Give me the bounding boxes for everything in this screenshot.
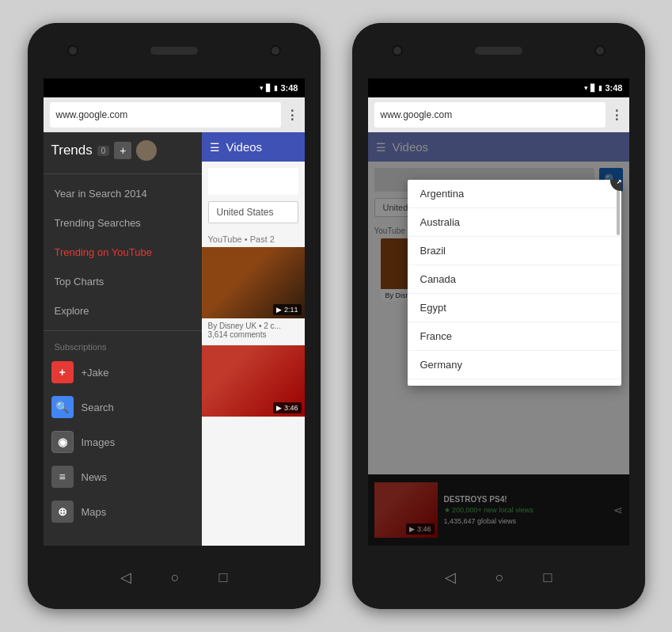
- menu-dots-1[interactable]: ⋮: [286, 108, 298, 123]
- address-bar-1[interactable]: www.google.com ⋮: [44, 97, 305, 132]
- gplus-label: +Jake: [82, 367, 109, 379]
- phone2-bottom: ◁ ○ □: [352, 546, 645, 609]
- signal-icon-2: ▊: [590, 84, 596, 92]
- phone-1: ▾ ▊ ▮ 3:48 www.google.com ⋮ Trends: [28, 23, 321, 609]
- sidebar-item-trending-youtube[interactable]: Trending on YouTube: [44, 238, 202, 267]
- battery-icon: ▮: [274, 84, 278, 92]
- signal-icon: ▊: [266, 84, 271, 92]
- sidebar-app-news[interactable]: ≡ News: [44, 459, 202, 494]
- content-title-1: Videos: [226, 140, 263, 154]
- video-thumb-2[interactable]: ▶ 3:46: [202, 345, 305, 417]
- scene: ▾ ▊ ▮ 3:48 www.google.com ⋮ Trends: [0, 0, 672, 632]
- status-time-2: 3:48: [605, 83, 622, 93]
- country-dropdown[interactable]: ✕ ArgentinaAustraliaBrazilCanadaEgyptFra…: [408, 180, 621, 386]
- phone1-screen: ▾ ▊ ▮ 3:48 www.google.com ⋮ Trends: [44, 78, 305, 546]
- phone1-top: [28, 23, 321, 78]
- dropdown-item[interactable]: France: [408, 322, 621, 351]
- search-bar-1[interactable]: [208, 168, 298, 195]
- sidebar-app-images[interactable]: ◉ Images: [44, 425, 202, 459]
- sidebar-1: Trends 0 + Year in Search 2014 Trending …: [44, 132, 202, 546]
- search-label: Search: [82, 402, 114, 413]
- camera-4: [594, 45, 606, 56]
- sidebar-item-trending-searches[interactable]: Trending Searches: [44, 208, 202, 238]
- images-label: Images: [82, 436, 116, 448]
- avatar: [136, 140, 157, 161]
- battery-icon-2: ▮: [598, 84, 602, 92]
- camera-2: [270, 45, 281, 56]
- content-panel-1: ☰ Videos United States YouTube • Past 2 …: [202, 132, 305, 546]
- divider-1: [44, 173, 202, 174]
- video-thumb-1[interactable]: ▶ 2:11: [202, 247, 305, 318]
- camera-1: [67, 45, 78, 56]
- speaker-1: [150, 47, 198, 55]
- search-app-icon: 🔍: [51, 396, 74, 418]
- back-btn-1[interactable]: ◁: [120, 569, 131, 586]
- url-input-2[interactable]: www.google.com: [374, 102, 606, 128]
- news-icon: ≡: [51, 466, 74, 488]
- sidebar-item-top-charts[interactable]: Top Charts: [44, 267, 202, 296]
- recent-btn-1[interactable]: □: [219, 569, 228, 586]
- status-bar-1: ▾ ▊ ▮ 3:48: [44, 78, 305, 97]
- screen-body-1: Trends 0 + Year in Search 2014 Trending …: [44, 132, 305, 546]
- menu-dots-2[interactable]: ⋮: [610, 108, 623, 123]
- images-icon: ◉: [51, 431, 74, 453]
- content-header-1: ☰ Videos: [202, 132, 305, 162]
- country-button-1[interactable]: United States: [208, 201, 298, 223]
- sidebar-title: Trends: [51, 143, 93, 158]
- status-time-1: 3:48: [280, 83, 298, 93]
- dropdown-item[interactable]: Argentina: [408, 180, 621, 208]
- dropdown-list: ArgentinaAustraliaBrazilCanadaEgyptFranc…: [408, 180, 621, 386]
- dropdown-item[interactable]: Canada: [408, 265, 621, 294]
- dropdown-wrapper: ✕ ArgentinaAustraliaBrazilCanadaEgyptFra…: [408, 180, 621, 386]
- news-label: News: [82, 471, 108, 483]
- sidebar-header: Trends 0 +: [44, 132, 202, 169]
- back-btn-2[interactable]: ◁: [445, 569, 456, 586]
- gplus-icon: +: [51, 361, 74, 383]
- sidebar-add-btn[interactable]: +: [114, 142, 131, 159]
- url-input-1[interactable]: www.google.com: [50, 102, 281, 128]
- sidebar-badge: 0: [97, 146, 110, 156]
- yt-label-1: YouTube • Past 2: [202, 230, 305, 247]
- phone2-top: [352, 23, 645, 78]
- status-bar-2: ▾ ▊ ▮ 3:48: [368, 78, 629, 97]
- sidebar-item-year-search[interactable]: Year in Search 2014: [44, 179, 202, 208]
- address-bar-2[interactable]: www.google.com ⋮: [368, 97, 629, 132]
- recent-btn-2[interactable]: □: [544, 569, 552, 586]
- dropdown-item[interactable]: Greece: [408, 379, 621, 386]
- home-btn-2[interactable]: ○: [495, 569, 504, 586]
- subscriptions-label: Subscriptions: [44, 336, 202, 355]
- divider-2: [44, 330, 202, 331]
- dropdown-scrollbar[interactable]: [617, 188, 620, 235]
- status-icons-2: ▾ ▊ ▮ 3:48: [584, 83, 622, 93]
- wifi-icon-2: ▾: [584, 84, 588, 92]
- video-meta-1: By Disney UK • 2 c... 3,614 comments: [202, 318, 305, 345]
- dropdown-item[interactable]: Australia: [408, 208, 621, 237]
- maps-icon: ⊕: [51, 501, 74, 523]
- home-btn-1[interactable]: ○: [171, 569, 180, 586]
- sidebar-app-gplus[interactable]: + +Jake: [44, 355, 202, 390]
- phone-2: ▾ ▊ ▮ 3:48 www.google.com ⋮ ☰: [352, 23, 645, 609]
- phone1-bottom: ◁ ○ □: [28, 546, 321, 609]
- wifi-icon: ▾: [260, 84, 264, 92]
- maps-label: Maps: [82, 506, 107, 518]
- hamburger-icon-1[interactable]: ☰: [210, 141, 220, 154]
- sidebar-app-maps[interactable]: ⊕ Maps: [44, 494, 202, 529]
- speaker-2: [475, 47, 522, 55]
- dropdown-item[interactable]: Egypt: [408, 294, 621, 322]
- play-duration-2: ▶ 3:46: [273, 402, 301, 413]
- phone2-body: ☰ Videos 🔍 United S... YouTube •: [368, 132, 629, 546]
- dropdown-item[interactable]: Germany: [408, 351, 621, 379]
- sidebar-item-explore[interactable]: Explore: [44, 296, 202, 326]
- status-icons-1: ▾ ▊ ▮ 3:48: [260, 83, 298, 93]
- play-duration-1: ▶ 2:11: [273, 304, 301, 315]
- sidebar-app-search[interactable]: 🔍 Search: [44, 390, 202, 425]
- dropdown-item[interactable]: Brazil: [408, 237, 621, 265]
- camera-3: [392, 45, 403, 56]
- phone2-screen: ▾ ▊ ▮ 3:48 www.google.com ⋮ ☰: [368, 78, 629, 546]
